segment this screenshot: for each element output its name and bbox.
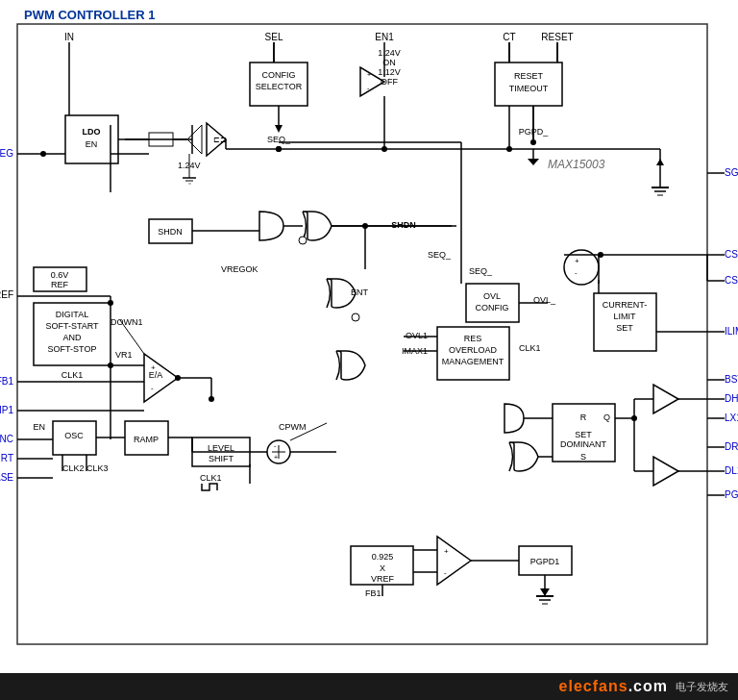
svg-text:CSN1: CSN1: [725, 275, 738, 286]
svg-text:-: -: [444, 568, 447, 577]
svg-text:PGND1: PGND1: [725, 489, 738, 500]
svg-text:REG: REG: [0, 148, 13, 159]
svg-text:DOWN1: DOWN1: [111, 317, 143, 327]
svg-text:CURRENT-: CURRENT-: [603, 300, 648, 310]
svg-text:ON: ON: [382, 58, 396, 67]
svg-text:SEQ_: SEQ_: [428, 250, 452, 260]
svg-text:RESET: RESET: [514, 71, 544, 81]
svg-text:ILIM1: ILIM1: [725, 326, 738, 337]
svg-text:R: R: [580, 412, 587, 422]
svg-point-214: [598, 252, 603, 258]
svg-text:+: +: [367, 71, 371, 78]
footer-logo: elecfans.com: [559, 678, 668, 695]
svg-text:-: -: [151, 384, 154, 392]
svg-text:SEL: SEL: [265, 32, 283, 42]
svg-point-237: [108, 300, 113, 306]
svg-text:TIMEOUT: TIMEOUT: [509, 84, 549, 93]
svg-text:OVL1: OVL1: [406, 331, 428, 340]
svg-text:AND: AND: [62, 333, 82, 342]
svg-text:RES: RES: [464, 334, 482, 343]
svg-text:RT: RT: [1, 453, 13, 463]
svg-text:FB1: FB1: [0, 376, 13, 387]
svg-text:DREG1: DREG1: [725, 441, 738, 452]
svg-text:CLK1: CLK1: [519, 343, 541, 353]
svg-text:PGPD1: PGPD1: [530, 557, 560, 566]
svg-point-182: [40, 151, 46, 157]
svg-text:-: -: [575, 268, 578, 277]
svg-text:IN: IN: [64, 32, 74, 42]
svg-text:+: +: [444, 547, 449, 556]
svg-text:LX1: LX1: [725, 412, 738, 423]
svg-text:SELECTOR: SELECTOR: [256, 82, 303, 91]
svg-text:RAMP: RAMP: [134, 435, 159, 444]
svg-text:OVERLOAD: OVERLOAD: [449, 345, 498, 355]
diagram-title: PWM CONTROLLER 1: [24, 8, 156, 22]
svg-text:CONFIG: CONFIG: [262, 70, 296, 80]
svg-text:BST1: BST1: [725, 374, 738, 385]
svg-text:CONFIG: CONFIG: [476, 303, 509, 312]
svg-text:CLK1: CLK1: [62, 370, 84, 380]
svg-text:VREF: VREF: [0, 289, 13, 300]
svg-text:CLK2: CLK2: [62, 463, 85, 473]
svg-point-230: [506, 146, 512, 152]
svg-text:DH1: DH1: [725, 393, 738, 404]
svg-text:CSP1: CSP1: [725, 249, 738, 260]
svg-text:REF: REF: [51, 280, 69, 289]
svg-text:DIGITAL: DIGITAL: [56, 310, 88, 319]
svg-text:CPWM: CPWM: [279, 422, 307, 432]
svg-text:Q: Q: [603, 412, 610, 422]
svg-text:SET: SET: [616, 323, 633, 333]
svg-text:E/A: E/A: [149, 370, 163, 380]
svg-text:SHDN: SHDN: [158, 227, 183, 237]
svg-text:VR1: VR1: [115, 350, 133, 360]
svg-text:SEQ_: SEQ_: [469, 266, 493, 276]
svg-point-233: [299, 237, 307, 244]
svg-text:EN1: EN1: [375, 32, 394, 42]
svg-text:COMP1: COMP1: [0, 405, 13, 415]
svg-text:CT: CT: [503, 32, 515, 42]
svg-text:EN: EN: [86, 139, 98, 149]
svg-text:S: S: [580, 452, 586, 462]
svg-text:MANAGEMENT: MANAGEMENT: [442, 357, 504, 366]
svg-text:RESET: RESET: [541, 32, 573, 42]
svg-point-192: [108, 362, 113, 368]
svg-text:1.24V: 1.24V: [378, 48, 401, 58]
svg-text:SOFT-START: SOFT-START: [45, 321, 99, 331]
svg-text:CLK1: CLK1: [200, 473, 222, 483]
svg-text:OVL: OVL: [483, 291, 501, 301]
domain-text: .com: [628, 678, 668, 694]
diagram-area: PWM CONTROLLER 1 MAX15003 IN SEL EN1 CT …: [0, 0, 738, 673]
brand-name: elecfans: [559, 678, 628, 694]
svg-point-197: [209, 396, 214, 402]
svg-text:0.6V: 0.6V: [51, 270, 69, 280]
svg-point-234: [352, 313, 359, 321]
svg-text:SOFT-STOP: SOFT-STOP: [48, 344, 97, 354]
svg-point-222: [530, 139, 536, 145]
svg-text:SGND: SGND: [725, 167, 738, 178]
svg-text:VREF: VREF: [371, 574, 395, 584]
svg-text:SHDN: SHDN: [391, 220, 416, 230]
svg-text:SET: SET: [575, 430, 592, 439]
svg-text:EN: EN: [33, 422, 45, 432]
model-name: MAX15003: [548, 158, 605, 171]
svg-text:+: +: [274, 454, 278, 461]
svg-text:X: X: [380, 563, 385, 573]
svg-text:CLK3: CLK3: [86, 463, 109, 473]
svg-text:OFF: OFF: [381, 77, 398, 87]
footer-tagline: 电子发烧友: [676, 680, 728, 694]
svg-point-226: [276, 146, 282, 152]
svg-text:VREGOK: VREGOK: [221, 264, 258, 274]
svg-text:PHASE: PHASE: [0, 472, 13, 483]
footer-bar: elecfans.com 电子发烧友: [0, 673, 738, 700]
svg-text:DOMINANT: DOMINANT: [560, 439, 606, 449]
svg-text:SHIFT: SHIFT: [209, 454, 234, 463]
svg-text:ENT: ENT: [351, 288, 369, 297]
svg-text:LDO: LDO: [83, 127, 101, 137]
svg-text:SYNC: SYNC: [0, 434, 13, 444]
svg-text:⊏⊐: ⊏⊐: [213, 136, 227, 144]
svg-text:0.925: 0.925: [372, 552, 394, 562]
svg-text:OSC: OSC: [64, 431, 84, 440]
svg-text:DL1: DL1: [725, 465, 738, 476]
main-container: PWM CONTROLLER 1 MAX15003 IN SEL EN1 CT …: [0, 0, 738, 700]
svg-text:+: +: [575, 257, 579, 265]
